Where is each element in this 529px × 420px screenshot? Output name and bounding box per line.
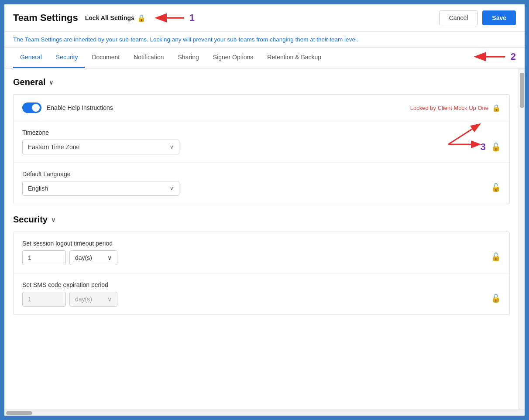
default-language-label: Default Language	[22, 171, 491, 178]
horizontal-scrollbar[interactable]	[4, 410, 525, 416]
security-heading: Security ∨	[13, 215, 510, 225]
annotation-2-container: 2	[472, 51, 516, 65]
security-section: Security ∨ Set session logout timeout pe…	[13, 215, 510, 315]
session-timeout-label: Set session logout timeout period	[22, 240, 491, 247]
red-arrow-1	[155, 13, 186, 23]
enable-help-toggle[interactable]	[22, 102, 41, 113]
tab-security[interactable]: Security	[49, 48, 85, 68]
horizontal-scrollbar-thumb[interactable]	[6, 411, 32, 415]
language-chevron-icon: ∨	[170, 185, 174, 191]
security-chevron-icon[interactable]: ∨	[51, 216, 55, 223]
session-timeout-lock-icon[interactable]: 🔓	[491, 252, 501, 262]
session-timeout-row: Set session logout timeout period 1 day(…	[14, 232, 509, 273]
scrollbar-thumb[interactable]	[520, 73, 524, 108]
general-card: Enable Help Instructions Locked by Clien…	[13, 94, 510, 204]
red-arrow-2	[472, 51, 507, 63]
sms-expiration-row: Set SMS code expiration period day(s) ∨	[14, 273, 509, 314]
general-section: General ∨ Enable Help Instructions Locke…	[13, 77, 510, 204]
enable-help-label: Enable Help Instructions	[47, 104, 113, 111]
language-lock-icon[interactable]: 🔓	[491, 183, 501, 192]
tab-signer-options[interactable]: Signer Options	[206, 48, 261, 68]
vertical-scrollbar[interactable]	[519, 68, 525, 410]
tab-document[interactable]: Document	[85, 48, 127, 68]
locked-by-text: Locked by Client Mock Up One	[410, 105, 488, 111]
tab-sharing[interactable]: Sharing	[171, 48, 206, 68]
info-banner: The Team Settings are inherited by your …	[4, 32, 525, 48]
timezone-label: Timezone	[22, 129, 481, 136]
lock-closed-icon[interactable]: 🔒	[492, 104, 501, 112]
timezone-select[interactable]: Eastern Time Zone ∨	[22, 140, 179, 154]
session-timeout-input[interactable]: 1	[22, 250, 66, 265]
arrow-annotation-1: 1	[155, 12, 195, 24]
app-window: Team Settings Lock All Settings 🔒 1 Canc…	[3, 3, 526, 417]
info-text: The Team Settings are inherited by your …	[13, 36, 358, 43]
default-language-row: Default Language English ∨ 🔓	[14, 163, 509, 204]
enable-help-row: Enable Help Instructions Locked by Clien…	[14, 95, 509, 121]
svg-line-2	[448, 125, 479, 144]
tab-general[interactable]: General	[13, 48, 49, 68]
session-unit-chevron-icon: ∨	[107, 254, 112, 261]
annotation-number-2: 2	[511, 51, 516, 62]
save-button[interactable]: Save	[482, 10, 516, 25]
lock-all-icon: 🔒	[137, 14, 146, 22]
tab-notification[interactable]: Notification	[127, 48, 171, 68]
lock-all-label: Lock All Settings	[85, 14, 134, 21]
session-timeout-unit-select[interactable]: day(s) ∨	[69, 250, 117, 265]
tabs-bar: General Security Document Notification S…	[4, 48, 525, 68]
general-heading: General ∨	[13, 77, 510, 87]
timezone-chevron-icon: ∨	[170, 144, 174, 150]
annotation-number-1: 1	[189, 12, 195, 24]
header-actions: Cancel Save	[439, 10, 516, 25]
content-area[interactable]: General ∨ Enable Help Instructions Locke…	[4, 68, 519, 410]
header: Team Settings Lock All Settings 🔒 1 Canc…	[4, 4, 525, 32]
tab-retention-backup[interactable]: Retention & Backup	[260, 48, 328, 68]
default-language-select[interactable]: English ∨	[22, 181, 179, 196]
sms-unit-chevron-icon: ∨	[107, 296, 112, 303]
timezone-row: Timezone Eastern Time Zone ∨ 3	[14, 121, 509, 163]
lock-all-button[interactable]: Lock All Settings 🔒	[85, 14, 146, 22]
sms-expiration-unit-select: day(s) ∨	[69, 292, 117, 307]
general-chevron-icon[interactable]: ∨	[49, 79, 53, 86]
cancel-button[interactable]: Cancel	[439, 10, 478, 25]
content-wrapper: General ∨ Enable Help Instructions Locke…	[4, 68, 525, 410]
security-card: Set session logout timeout period 1 day(…	[13, 232, 510, 315]
enable-help-right: Locked by Client Mock Up One 🔒	[410, 104, 501, 112]
sms-expiration-input	[22, 292, 66, 307]
timezone-lock-icon[interactable]: 🔓	[491, 142, 501, 152]
page-title: Team Settings	[13, 12, 78, 24]
sms-expiration-label: Set SMS code expiration period	[22, 281, 491, 288]
sms-expiration-lock-icon[interactable]: 🔓	[491, 294, 501, 303]
red-arrows-3	[435, 120, 488, 151]
